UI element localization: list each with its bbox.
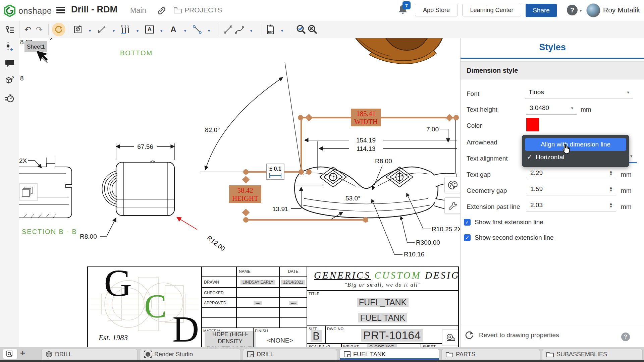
color-swatch[interactable] xyxy=(526,118,539,131)
comment-icon[interactable] xyxy=(5,58,15,68)
document-title[interactable]: Drill - RDM xyxy=(71,4,117,15)
main-menu-icon[interactable] xyxy=(56,7,65,13)
drawn-date[interactable]: 12/14/2021 xyxy=(281,280,305,285)
dim-154-19[interactable]: 154.19 xyxy=(356,137,376,144)
line-tool-button[interactable] xyxy=(222,23,234,36)
dim-r10-25[interactable]: R10.25 2X xyxy=(432,226,460,233)
fuel-tank-bottom-view[interactable] xyxy=(294,167,457,218)
dim-angle-53[interactable]: 53.0° xyxy=(345,195,361,202)
sheet-layers-button[interactable] xyxy=(20,183,37,201)
dim-r8-right[interactable]: R8.00 xyxy=(375,158,392,165)
font-select[interactable]: Tinos ▾ xyxy=(525,86,633,99)
tab-parts-folder[interactable]: PARTS xyxy=(441,349,540,360)
callout-caret-icon[interactable]: ▾ xyxy=(203,24,215,37)
revert-row[interactable]: Revert to drawing properties xyxy=(464,330,559,340)
drawn-name[interactable]: LINDSAY EARLY xyxy=(240,280,275,285)
view-properties-button[interactable] xyxy=(444,197,461,214)
tab-render-studio[interactable]: Render Studio xyxy=(140,349,241,360)
insert-view-button[interactable] xyxy=(72,23,84,36)
dim-114-13[interactable]: 114.13 xyxy=(357,145,376,152)
dim-r12[interactable]: R12.00 xyxy=(206,234,226,252)
ordinate-caret-icon[interactable]: ▾ xyxy=(132,24,143,37)
dim-r10-16[interactable]: R10.16 xyxy=(404,251,424,258)
spline-caret-icon[interactable]: ▾ xyxy=(246,24,257,37)
dwg-value[interactable]: PRT-10164 xyxy=(361,329,423,342)
geometry-gap-input[interactable]: 1.59 ▲▼ xyxy=(526,183,616,195)
dim-13-91[interactable]: 13.91 xyxy=(272,205,288,213)
extension-input[interactable]: 2.03 ▲▼ xyxy=(526,199,616,212)
check-drawing-button[interactable] xyxy=(296,23,307,36)
text-height-select[interactable]: 3.0480 ▾ xyxy=(526,102,577,115)
stray-dim-8[interactable]: 8 xyxy=(20,75,24,82)
breadcrumb[interactable]: PROJECTS xyxy=(174,6,222,14)
count-label[interactable]: 2X xyxy=(19,157,27,164)
text-gap-spinner[interactable]: ▲▼ xyxy=(609,170,613,176)
side-view[interactable] xyxy=(102,161,174,216)
text-gap-input[interactable]: 2.29 ▲▼ xyxy=(526,167,616,179)
finish-value[interactable]: <NONE> xyxy=(254,337,307,344)
note-button[interactable]: A xyxy=(144,23,155,36)
title-value-1[interactable]: FUEL_TANK xyxy=(357,298,409,307)
help-button[interactable]: ? xyxy=(567,5,578,15)
dimension-button[interactable] xyxy=(96,23,108,36)
approved-name[interactable]: ---- xyxy=(254,301,263,305)
menu-item-align-with-dimension-line[interactable]: Align with dimension line xyxy=(525,138,626,151)
dim-width-word[interactable]: WIDTH xyxy=(354,118,378,126)
tab-subassemblies-folder[interactable]: SUBASSEMBLIES xyxy=(542,349,643,360)
dim-width-value[interactable]: 185.41 xyxy=(356,110,376,118)
title-block[interactable]: G C D Est. 1983 NAME DATE DRAWN LINDSAY … xyxy=(87,266,459,349)
size-value[interactable]: B xyxy=(311,330,322,342)
share-button[interactable]: Share xyxy=(526,4,557,17)
user-menu-caret-icon[interactable]: ▾ xyxy=(637,9,639,14)
tab-fuel-tank-drawing[interactable]: FUEL TANK xyxy=(339,349,439,360)
view-label-bottom[interactable]: BOTTOM xyxy=(120,49,153,57)
dxf-caret-icon[interactable]: ▾ xyxy=(276,24,288,37)
dim-angle-82[interactable]: 82.0° xyxy=(205,126,220,133)
dimension-caret-icon[interactable]: ▾ xyxy=(108,24,119,37)
measure-button[interactable] xyxy=(442,329,459,346)
text-button[interactable]: A xyxy=(168,23,179,36)
add-tab-button[interactable]: + xyxy=(20,348,25,358)
text-alignment-caret-icon[interactable]: ▾ xyxy=(630,154,633,159)
avatar[interactable] xyxy=(586,3,600,17)
dim-height-value[interactable]: 58.42 xyxy=(237,186,253,194)
dim-r8-left[interactable]: R8.00 xyxy=(80,233,97,240)
tab-drill-partstudio[interactable]: DRILL xyxy=(41,349,138,360)
redo-button[interactable]: ↷ xyxy=(34,23,45,36)
user-name[interactable]: Roy Mutalik xyxy=(603,6,640,14)
part-query-icon[interactable]: ? xyxy=(5,76,15,86)
geometry-gap-spinner[interactable]: ▲▼ xyxy=(609,186,613,192)
tab-search-button[interactable] xyxy=(3,349,17,359)
dim-7-00[interactable]: 7.00 xyxy=(426,126,439,133)
history-icon[interactable] xyxy=(5,93,15,103)
show-second-extension-checkbox[interactable]: ✓ xyxy=(464,234,471,241)
dim-r300[interactable]: R300.00 xyxy=(416,239,440,246)
title-value-2[interactable]: FUEL TANK xyxy=(358,313,407,322)
approved-date[interactable]: ---- xyxy=(289,301,298,305)
menu-item-horizontal[interactable]: ✓ Horizontal xyxy=(527,153,564,161)
spline-tool-button[interactable] xyxy=(234,23,245,36)
dim-height-word[interactable]: HEIGHT xyxy=(232,194,258,202)
insert-view-caret-icon[interactable]: ▾ xyxy=(84,24,96,37)
ordinate-dimension-button[interactable]: 012 xyxy=(120,23,131,36)
dxf-export-button[interactable]: DXF xyxy=(265,23,276,36)
feature-list-icon[interactable] xyxy=(5,25,15,35)
footer-help-icon[interactable]: ? xyxy=(621,333,630,341)
view-label-section[interactable]: SECTION B - B xyxy=(22,228,77,235)
learning-center-button[interactable]: Learning Center xyxy=(462,4,521,16)
active-sketch-tool-button[interactable] xyxy=(52,23,65,36)
callout-button[interactable] xyxy=(192,23,203,36)
dim-67-56[interactable]: 67.56 xyxy=(137,143,153,150)
workspace-label[interactable]: Main xyxy=(130,6,146,15)
tab-drill-drawing[interactable]: DRILL xyxy=(243,349,337,360)
extension-spinner[interactable]: ▲▼ xyxy=(609,202,613,208)
onshape-logo[interactable]: onshape xyxy=(4,5,52,17)
hide-dimensions-button[interactable] xyxy=(307,23,318,36)
note-caret-icon[interactable]: ▾ xyxy=(156,24,167,37)
show-first-extension-checkbox[interactable]: ✓ xyxy=(464,219,471,226)
undo-button[interactable]: ↶ xyxy=(22,23,34,36)
orange-part-view[interactable] xyxy=(355,38,443,64)
text-caret-icon[interactable]: ▾ xyxy=(179,24,191,37)
material-value[interactable]: HDPE (HIGH-DENSITY POLYETHYLENE) xyxy=(205,331,256,349)
link-icon[interactable] xyxy=(157,6,166,15)
